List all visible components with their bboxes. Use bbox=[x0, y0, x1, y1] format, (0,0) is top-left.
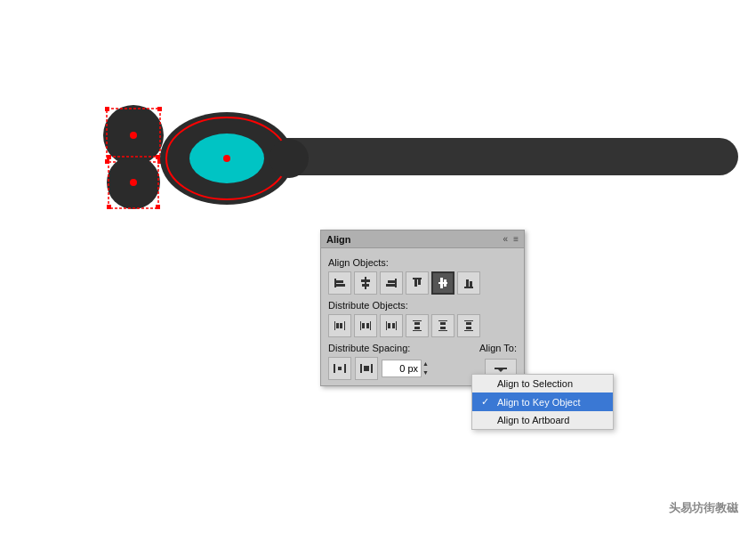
panel-body: Align Objects: bbox=[321, 248, 524, 385]
svg-point-6 bbox=[130, 132, 137, 139]
align-v-center-btn[interactable] bbox=[431, 271, 454, 295]
align-objects-row bbox=[328, 271, 517, 295]
svg-rect-22 bbox=[365, 277, 366, 289]
svg-rect-44 bbox=[370, 321, 371, 330]
svg-rect-40 bbox=[344, 321, 345, 330]
dist-spacing-h-btn[interactable] bbox=[355, 357, 378, 380]
svg-rect-2 bbox=[105, 107, 109, 111]
svg-rect-64 bbox=[360, 364, 362, 373]
align-panel: Align « ≡ Align Objects: bbox=[320, 230, 525, 386]
svg-rect-10 bbox=[156, 155, 160, 159]
svg-rect-37 bbox=[334, 321, 335, 330]
svg-rect-59 bbox=[466, 327, 471, 329]
svg-rect-20 bbox=[336, 280, 343, 283]
dist-left-btn[interactable] bbox=[328, 314, 351, 337]
svg-rect-48 bbox=[396, 321, 397, 330]
check-artboard bbox=[481, 415, 492, 425]
align-to-label: Align To: bbox=[479, 343, 517, 353]
illustration bbox=[62, 89, 311, 225]
spinner-down[interactable]: ▼ bbox=[422, 368, 429, 377]
svg-rect-56 bbox=[438, 330, 447, 331]
svg-rect-36 bbox=[470, 281, 472, 287]
align-to-key-object-label: Align to Key Object bbox=[497, 397, 581, 408]
svg-rect-38 bbox=[336, 323, 339, 328]
panel-titlebar: Align « ≡ bbox=[321, 231, 524, 248]
dist-right-btn[interactable] bbox=[380, 314, 403, 337]
svg-rect-42 bbox=[362, 323, 365, 328]
svg-rect-27 bbox=[386, 284, 395, 287]
spinner-up[interactable]: ▲ bbox=[422, 360, 429, 368]
svg-rect-23 bbox=[361, 279, 370, 282]
dist-top-btn[interactable] bbox=[406, 314, 429, 337]
spinner-btns[interactable]: ▲ ▼ bbox=[422, 360, 429, 377]
px-input[interactable] bbox=[382, 360, 422, 377]
panel-controls: « ≡ bbox=[503, 234, 519, 244]
svg-rect-52 bbox=[413, 330, 422, 331]
check-selection bbox=[481, 378, 492, 389]
svg-rect-34 bbox=[464, 287, 473, 288]
svg-rect-54 bbox=[440, 322, 446, 325]
svg-rect-35 bbox=[466, 279, 469, 287]
svg-rect-66 bbox=[364, 366, 369, 371]
align-right-btn[interactable] bbox=[380, 271, 403, 295]
svg-rect-51 bbox=[414, 327, 420, 329]
svg-rect-61 bbox=[334, 364, 335, 373]
align-to-dropdown-menu: Align to Selection ✓ Align to Key Object… bbox=[471, 374, 614, 430]
svg-rect-3 bbox=[157, 107, 162, 111]
svg-rect-29 bbox=[414, 279, 417, 287]
svg-rect-28 bbox=[413, 278, 422, 279]
svg-rect-58 bbox=[466, 322, 471, 325]
svg-rect-60 bbox=[464, 330, 473, 331]
panel-title: Align bbox=[326, 234, 351, 245]
canvas-area: Align « ≡ Align Objects: bbox=[0, 0, 756, 534]
align-bottom-btn[interactable] bbox=[457, 271, 480, 295]
align-to-selection-label: Align to Selection bbox=[497, 378, 573, 389]
svg-rect-49 bbox=[413, 320, 422, 321]
align-objects-label: Align Objects: bbox=[328, 257, 517, 268]
svg-rect-63 bbox=[338, 367, 342, 370]
align-to-selection-item[interactable]: Align to Selection bbox=[472, 375, 613, 392]
collapse-icon[interactable]: « bbox=[503, 234, 509, 244]
svg-rect-65 bbox=[371, 364, 373, 373]
svg-point-17 bbox=[223, 155, 230, 162]
svg-rect-25 bbox=[395, 279, 397, 287]
menu-icon[interactable]: ≡ bbox=[513, 234, 519, 244]
svg-point-18 bbox=[269, 139, 309, 178]
align-top-btn[interactable] bbox=[406, 271, 429, 295]
watermark-text: 头易坊街教磁 bbox=[669, 501, 738, 514]
dist-h-center-btn[interactable] bbox=[354, 314, 377, 337]
svg-rect-21 bbox=[336, 284, 345, 287]
watermark: 头易坊街教磁 bbox=[669, 500, 738, 516]
dist-spacing-left-btn[interactable] bbox=[328, 357, 351, 380]
svg-marker-68 bbox=[498, 369, 503, 372]
dark-bar bbox=[267, 138, 738, 175]
svg-rect-19 bbox=[334, 279, 336, 287]
svg-rect-43 bbox=[366, 323, 369, 328]
svg-rect-50 bbox=[414, 322, 420, 325]
distribute-objects-row bbox=[328, 314, 517, 337]
svg-rect-55 bbox=[440, 327, 446, 329]
svg-rect-53 bbox=[438, 320, 447, 321]
distribute-objects-label: Distribute Objects: bbox=[328, 300, 517, 311]
svg-point-13 bbox=[130, 179, 137, 186]
align-to-artboard-item[interactable]: Align to Artboard bbox=[472, 411, 613, 429]
svg-rect-11 bbox=[107, 205, 111, 209]
svg-rect-47 bbox=[392, 323, 395, 328]
svg-rect-57 bbox=[464, 320, 473, 321]
svg-rect-39 bbox=[340, 323, 342, 328]
align-to-key-object-item[interactable]: ✓ Align to Key Object bbox=[472, 392, 613, 411]
svg-rect-46 bbox=[388, 323, 390, 328]
dist-bottom-btn[interactable] bbox=[457, 314, 480, 337]
svg-rect-62 bbox=[344, 364, 346, 373]
svg-rect-12 bbox=[156, 205, 160, 209]
dist-v-center-btn[interactable] bbox=[431, 314, 454, 337]
check-key-object: ✓ bbox=[481, 396, 492, 408]
svg-rect-67 bbox=[495, 368, 507, 369]
align-h-center-btn[interactable] bbox=[354, 271, 377, 295]
svg-rect-24 bbox=[362, 284, 369, 287]
svg-rect-32 bbox=[440, 278, 443, 288]
svg-rect-26 bbox=[388, 280, 395, 283]
distribute-spacing-label: Distribute Spacing: bbox=[328, 343, 410, 353]
align-left-btn[interactable] bbox=[328, 271, 351, 295]
svg-rect-45 bbox=[386, 321, 387, 330]
